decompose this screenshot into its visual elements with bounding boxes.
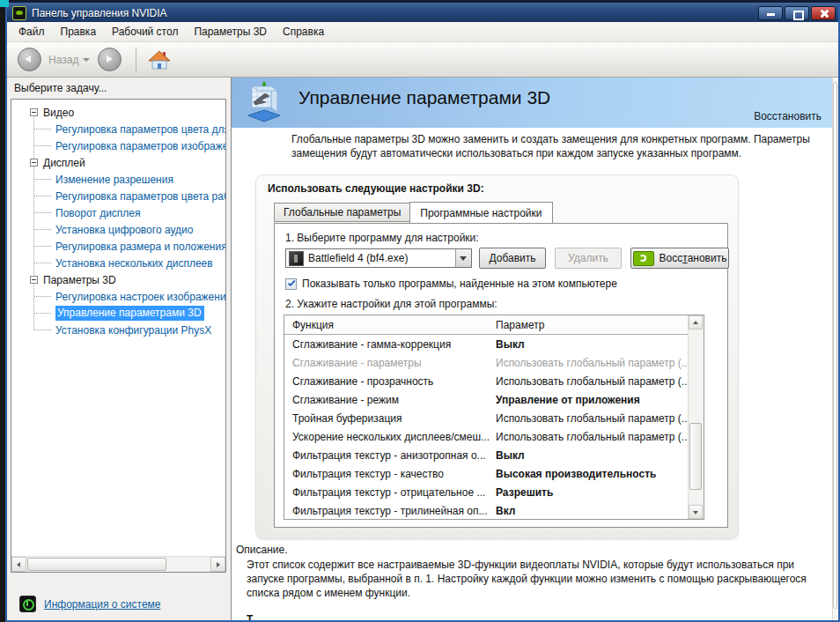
tree-item-label[interactable]: Изменение разрешения [55, 174, 173, 186]
remove-button[interactable]: Удалить [555, 248, 622, 269]
checkbox-label: Показывать только программы, найденные н… [302, 278, 617, 290]
table-row[interactable]: Фильтрация текстур - анизотропная о...Вы… [284, 446, 689, 464]
show-only-found-programs-row[interactable]: Показывать только программы, найденные н… [285, 278, 617, 290]
scroll-right-arrow-icon[interactable] [210, 557, 225, 572]
restore-defaults-link[interactable]: Восстановить [754, 110, 822, 122]
table-row[interactable]: Сглаживание - режимУправление от приложе… [284, 390, 689, 409]
description-text: Этот список содержит все настраиваемые 3… [247, 558, 821, 600]
panel-label: Использовать следующие настройки 3D: [268, 182, 484, 195]
tree-item[interactable]: Регулировка параметров изображени [11, 137, 225, 154]
back-history-caret-icon[interactable] [83, 58, 90, 62]
3d-settings-icon [243, 81, 286, 124]
value-cell[interactable]: Управление от приложения [496, 394, 689, 406]
tree-section[interactable]: Параметры 3D [11, 271, 225, 288]
maximize-icon [793, 11, 804, 20]
menu-item[interactable]: Файл [11, 22, 53, 41]
tree-item-label[interactable]: Поворот дисплея [55, 207, 141, 219]
table-row[interactable]: Тройная буферизацияИспользовать глобальн… [284, 409, 689, 427]
table-vertical-scrollbar[interactable] [688, 315, 704, 519]
tree-item[interactable]: Поворот дисплея [11, 204, 225, 221]
main-content: Управление параметрами 3D Восстановить Г… [231, 78, 832, 620]
program-select-dropdown-icon[interactable] [455, 249, 471, 267]
tree-item[interactable]: Регулировка параметров цвета рабоч [11, 188, 225, 204]
menu-item[interactable]: Справка [275, 22, 332, 41]
tree-section[interactable]: Дисплей [11, 154, 225, 171]
table-row[interactable]: Фильтрация текстур - трилинейная оп...Вк… [284, 501, 689, 520]
table-row[interactable]: Сглаживание - параметрыИспользовать глоб… [284, 353, 689, 372]
value-cell[interactable]: Использовать глобальный параметр (... [496, 431, 689, 443]
tab-program-settings[interactable]: Программные настройки [409, 202, 552, 223]
tree-item-label[interactable]: Управление параметрами 3D [55, 306, 204, 321]
tree-item[interactable]: Управление параметрами 3D [11, 305, 225, 322]
table-row[interactable]: Ускорение нескольких дисплеев/смеш...Исп… [284, 427, 689, 446]
tree-item-label[interactable]: Регулировка размера и положения ра [55, 241, 226, 253]
tree-item-label[interactable]: Регулировка параметров цвета для ви [55, 123, 226, 136]
table-row[interactable]: Фильтрация текстур - качествоВысокая про… [284, 464, 689, 483]
close-button[interactable] [811, 6, 836, 20]
tree-section-label: Дисплей [43, 157, 85, 169]
home-icon[interactable] [148, 49, 171, 70]
window-title: Панель управления NVIDIA [32, 7, 758, 19]
minimize-button[interactable] [758, 6, 783, 20]
vertical-scroll-thumb[interactable] [689, 423, 702, 490]
tree-item-label[interactable]: Установка цифрового аудио [55, 224, 193, 236]
value-cell[interactable]: Выкл [496, 338, 689, 351]
tree-item-label[interactable]: Регулировка параметров цвета рабоч [55, 190, 226, 203]
tree-item[interactable]: Регулировка настроек изображения с [11, 288, 225, 305]
menu-item[interactable]: Параметры 3D [186, 22, 275, 41]
table-row[interactable]: Сглаживание - прозрачностьИспользовать г… [284, 372, 689, 390]
value-cell[interactable]: Использовать глобальный параметр (... [496, 357, 689, 369]
horizontal-scroll-thumb[interactable] [27, 558, 166, 571]
task-sidebar: Выберите задачу... ВидеоРегулировка пара… [7, 78, 230, 620]
table-row[interactable]: Фильтрация текстур - отрицательное ...Ра… [284, 483, 689, 501]
tab-global-settings[interactable]: Глобальные параметры [274, 203, 409, 222]
table-row[interactable]: Сглаживание - гамма-коррекцияВыкл [284, 335, 689, 353]
feature-cell: Фильтрация текстур - анизотропная о... [284, 449, 496, 462]
tree-item[interactable]: Регулировка параметров цвета для ви [11, 121, 225, 137]
tree-item-label[interactable]: Регулировка параметров изображени [55, 140, 226, 152]
step1-label: 1. Выберите программу для настройки: [285, 232, 479, 244]
value-cell[interactable]: Разрешить [496, 486, 689, 499]
collapse-icon[interactable] [30, 276, 38, 284]
settings-tabs: Глобальные параметры Программные настрой… [274, 202, 553, 222]
value-cell[interactable]: Использовать глобальный параметр (... [496, 412, 689, 425]
content-vertical-scrollbar[interactable] [832, 78, 838, 620]
scroll-up-arrow-icon[interactable] [689, 315, 703, 330]
system-info-link[interactable]: Информация о системе [44, 598, 160, 611]
tree-item[interactable]: Установка конфигурации PhysX [11, 322, 225, 338]
feature-cell: Сглаживание - гамма-коррекция [284, 338, 496, 351]
collapse-icon[interactable] [30, 108, 38, 116]
forward-button[interactable] [98, 48, 122, 71]
restore-button-label: Восстановить [659, 252, 727, 264]
content-scroll-thumb[interactable] [833, 82, 837, 609]
maximize-button[interactable] [785, 6, 809, 20]
value-cell[interactable]: Вкл [496, 505, 689, 517]
tree-item[interactable]: Установка цифрового аудио [11, 221, 225, 238]
program-select-value: Battlefield 4 (bf4.exe) [308, 252, 455, 264]
collapse-icon[interactable] [30, 159, 38, 167]
value-cell[interactable]: Использовать глобальный параметр (... [496, 375, 689, 388]
battlefield4-icon [289, 251, 304, 266]
back-button[interactable] [18, 48, 41, 71]
tree-item-label[interactable]: Установка конфигурации PhysX [55, 324, 211, 337]
scroll-down-arrow-icon[interactable] [689, 505, 703, 519]
tree-item-label[interactable]: Регулировка настроек изображения с [55, 291, 226, 303]
tree-item[interactable]: Установка нескольких дисплеев [11, 255, 225, 271]
menu-item[interactable]: Правка [53, 22, 105, 41]
tree-horizontal-scrollbar[interactable] [11, 556, 225, 572]
menu-item[interactable]: Рабочий стол [104, 22, 186, 41]
system-info-row[interactable]: Информация о системе [19, 596, 160, 612]
tree-item[interactable]: Регулировка размера и положения ра [11, 238, 225, 255]
value-cell[interactable]: Выкл [496, 449, 689, 462]
tree-item-label[interactable]: Установка нескольких дисплеев [55, 257, 213, 270]
program-select[interactable]: Battlefield 4 (bf4.exe) [285, 248, 472, 268]
show-only-found-programs-checkbox[interactable] [285, 278, 297, 290]
value-cell[interactable]: Высокая производительность [496, 468, 689, 480]
feature-cell: Тройная буферизация [284, 412, 496, 425]
tree-section[interactable]: Видео [11, 104, 225, 121]
add-button[interactable]: Добавить [479, 248, 546, 269]
restore-button[interactable]: Восстановить [630, 248, 729, 269]
scroll-left-arrow-icon[interactable] [11, 557, 26, 572]
table-body: Сглаживание - гамма-коррекцияВыклСглажив… [284, 335, 689, 519]
tree-item[interactable]: Изменение разрешения [11, 171, 225, 188]
